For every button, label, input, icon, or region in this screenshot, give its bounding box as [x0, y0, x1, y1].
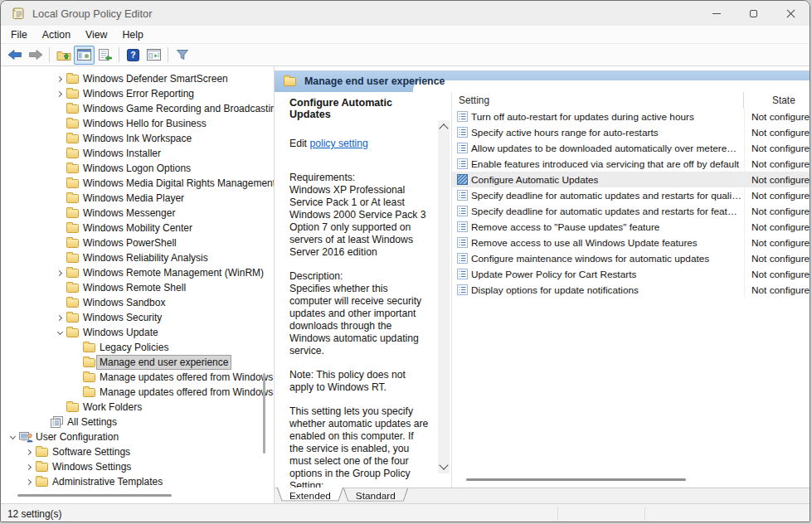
chevron-right-icon[interactable]	[53, 310, 66, 325]
folder-icon	[36, 477, 50, 487]
tree-item[interactable]: Windows Installer	[1, 146, 274, 161]
column-header-setting[interactable]: Setting	[452, 92, 744, 109]
tree-item[interactable]: Windows Security	[1, 310, 274, 325]
tree-item-label: Windows Remote Management (WinRM)	[80, 266, 266, 279]
tree-horizontal-scrollbar[interactable]	[17, 494, 172, 497]
tree-item-label: Windows PowerShell	[80, 236, 179, 250]
chevron-placeholder	[53, 116, 66, 131]
tree-item[interactable]: Windows Error Reporting	[1, 86, 274, 101]
tree-item[interactable]: Windows Mobility Center	[1, 221, 274, 235]
menu-action[interactable]: Action	[35, 27, 78, 42]
settings-row[interactable]: Display options for update notifications…	[452, 282, 810, 298]
console-tree: Windows Defender SmartScreenWindows Erro…	[1, 66, 275, 503]
tree-item[interactable]: All Settings	[1, 415, 274, 429]
main-area: Windows Defender SmartScreenWindows Erro…	[1, 66, 810, 503]
tree-item[interactable]: Manage end user experience	[1, 355, 274, 370]
settings-row[interactable]: Allow updates to be downloaded automatic…	[452, 140, 810, 156]
close-button[interactable]	[772, 1, 810, 26]
tree-item[interactable]: Windows Update	[1, 325, 274, 340]
tree-item[interactable]: Windows Reliability Analysis	[1, 250, 274, 265]
tree-item[interactable]: Administrative Templates	[1, 474, 274, 489]
tree-item[interactable]: Windows Sandbox	[1, 295, 274, 310]
tree-item[interactable]: Windows Remote Shell	[1, 280, 274, 295]
setting-state: Not configured	[744, 219, 810, 235]
tree-item[interactable]: Windows Hello for Business	[1, 116, 274, 131]
menu-file[interactable]: File	[3, 27, 35, 42]
help-icon[interactable]: ?	[123, 46, 143, 65]
tree-item[interactable]: Windows Logon Options	[1, 161, 274, 176]
folder-icon	[66, 313, 80, 323]
setting-cell: Specify deadline for automatic updates a…	[452, 187, 744, 203]
export-list-icon[interactable]	[95, 46, 115, 65]
tree-item[interactable]: Windows Media Player	[1, 191, 274, 206]
tree-item[interactable]: User Configuration	[1, 429, 274, 444]
tree-item[interactable]: Windows Ink Workspace	[1, 131, 274, 146]
tab-extended[interactable]: Extended	[277, 488, 343, 503]
details-pane: Manage end user experience Configure Aut…	[275, 66, 810, 503]
settings-row[interactable]: Specify deadline for automatic updates a…	[452, 187, 810, 203]
tree-item[interactable]: Manage updates offered from Windows Serv…	[1, 370, 274, 385]
policy-setting-link[interactable]: policy setting	[309, 138, 367, 149]
settings-row[interactable]: Update Power Policy for Cart RestartsNot…	[452, 266, 810, 282]
chevron-right-icon[interactable]	[22, 459, 36, 474]
tree-item[interactable]: Windows Media Digital Rights Management	[1, 176, 274, 191]
description-scrollbar-track[interactable]	[438, 120, 450, 473]
settings-row[interactable]: Specify active hours range for auto-rest…	[452, 124, 810, 140]
tree-item[interactable]: Windows Settings	[1, 459, 274, 474]
status-divider	[557, 507, 558, 521]
chevron-down-icon[interactable]	[6, 429, 19, 444]
settings-row[interactable]: Enable features introduced via servicing…	[452, 156, 810, 172]
tree-item[interactable]: Software Settings	[1, 444, 274, 459]
tree-item[interactable]: Windows PowerShell	[1, 235, 274, 250]
list-horizontal-scrollbar[interactable]	[466, 478, 686, 481]
forward-icon[interactable]	[25, 46, 46, 65]
filter-icon[interactable]	[172, 46, 192, 65]
tree-item[interactable]: Windows Messenger	[1, 206, 274, 221]
maximize-button[interactable]	[735, 1, 772, 26]
settings-row[interactable]: Configure maintenance windows for automa…	[452, 250, 810, 266]
tree-item[interactable]: Manage updates offered from Windows Upda…	[1, 385, 274, 400]
maximize-icon	[750, 10, 757, 17]
settings-row[interactable]: Remove access to use all Windows Update …	[452, 235, 810, 250]
tree-item[interactable]: Windows Remote Management (WinRM)	[1, 265, 274, 280]
tree-item-label: Windows Remote Shell	[80, 281, 188, 294]
chevron-right-icon[interactable]	[22, 474, 36, 489]
setting-name: Allow updates to be downloaded automatic…	[471, 143, 741, 154]
menu-help[interactable]: Help	[114, 27, 150, 42]
tree-item[interactable]: Windows Game Recording and Broadcasting	[1, 101, 274, 116]
action-pane-toggle-icon[interactable]	[143, 46, 164, 65]
menu-view[interactable]: View	[78, 27, 114, 42]
toolbar-separator	[168, 47, 168, 62]
tab-standard[interactable]: Standard	[343, 488, 408, 503]
column-header-state[interactable]: State	[744, 95, 795, 106]
settings-row[interactable]: Configure Automatic UpdatesNot configure…	[452, 172, 810, 187]
settings-row[interactable]: Remove access to "Pause updates" feature…	[452, 219, 810, 235]
chevron-right-icon[interactable]	[53, 71, 66, 86]
header-notch	[413, 80, 810, 92]
tree-vertical-scrollbar[interactable]	[263, 373, 265, 454]
policy-icon	[457, 111, 468, 122]
tree-item[interactable]: Windows Defender SmartScreen	[1, 71, 274, 86]
settings-row[interactable]: Turn off auto-restart for updates during…	[452, 109, 810, 124]
console-tree-toggle-icon[interactable]	[74, 46, 95, 65]
setting-cell: Specify deadline for automatic updates a…	[452, 203, 744, 219]
setting-name: Specify deadline for automatic updates a…	[471, 206, 741, 217]
tree-item[interactable]: Legacy Policies	[1, 340, 274, 355]
user-icon	[19, 431, 33, 443]
back-icon[interactable]	[4, 46, 25, 65]
folder-icon	[66, 119, 80, 129]
chevron-right-icon[interactable]	[53, 265, 66, 280]
scroll-up-icon[interactable]	[439, 124, 448, 133]
chevron-placeholder	[53, 221, 66, 235]
tree-item[interactable]: Work Folders	[1, 400, 274, 415]
scroll-down-icon[interactable]	[439, 460, 448, 469]
minimize-button[interactable]	[698, 1, 735, 26]
folder-icon	[36, 462, 50, 472]
chevron-down-icon[interactable]	[53, 325, 66, 340]
settings-row[interactable]: Specify deadline for automatic updates a…	[452, 203, 810, 219]
policy-icon	[457, 143, 468, 153]
up-one-level-icon[interactable]	[53, 46, 74, 65]
chevron-right-icon[interactable]	[53, 86, 66, 101]
setting-name: Configure maintenance windows for automa…	[471, 253, 709, 264]
chevron-right-icon[interactable]	[22, 444, 36, 459]
